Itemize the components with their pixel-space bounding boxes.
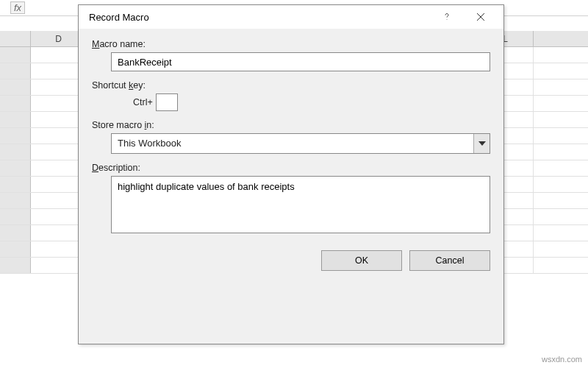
ok-button[interactable]: OK [321,250,402,271]
record-macro-dialog: Record Macro Macro name: Shortcut key: C… [78,4,504,344]
shortcut-key-input[interactable] [156,93,178,111]
dialog-content: Macro name: Shortcut key: Ctrl+ Store ma… [79,29,503,243]
dialog-titlebar[interactable]: Record Macro [79,5,503,29]
watermark: wsxdn.com [542,355,582,364]
help-icon [442,13,451,21]
store-macro-value: This Workbook [111,133,490,154]
description-label: Description: [92,163,490,173]
shortcut-row: Ctrl+ [133,93,490,111]
cancel-button[interactable]: Cancel [409,250,490,271]
fx-label: fx [10,1,25,14]
dialog-buttons: OK Cancel [79,243,503,281]
store-macro-label: Store macro in: [92,120,490,130]
shortcut-key-label: Shortcut key: [92,80,490,91]
help-button[interactable] [430,6,464,28]
macro-name-label: Macro name: [92,39,490,49]
macro-name-input[interactable] [111,52,490,71]
chevron-down-icon [473,134,490,153]
description-input[interactable] [111,176,490,233]
close-icon [476,13,485,21]
dialog-title: Record Macro [89,12,430,23]
ctrl-label: Ctrl+ [133,97,153,107]
close-button[interactable] [464,6,498,28]
col-header-blank[interactable] [0,31,31,46]
store-macro-select[interactable]: This Workbook [111,133,490,154]
